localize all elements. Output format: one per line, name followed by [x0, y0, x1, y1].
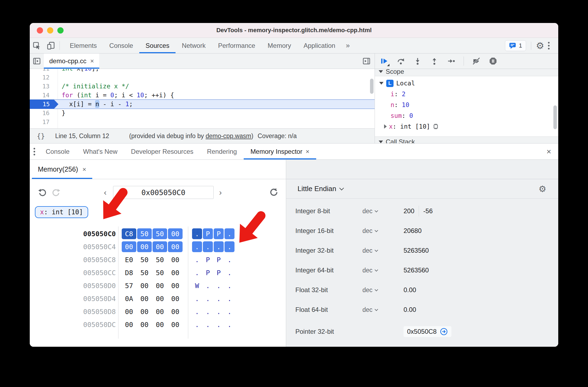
byte-cell[interactable]: 00: [153, 306, 167, 317]
byte-cell[interactable]: 50: [153, 267, 167, 278]
tab-network[interactable]: Network: [176, 38, 212, 53]
byte-cell[interactable]: 00: [137, 319, 152, 330]
ascii-cell[interactable]: .: [214, 241, 224, 252]
byte-cell[interactable]: 00: [168, 293, 183, 304]
line-number[interactable]: 11: [30, 69, 54, 73]
byte-cell[interactable]: 50: [153, 254, 167, 265]
drawer-tab-memory-inspector[interactable]: Memory Inspector ×: [244, 144, 316, 159]
line-number[interactable]: 17: [30, 118, 54, 126]
ascii-cell[interactable]: P: [203, 254, 213, 265]
next-page-button[interactable]: ›: [219, 188, 222, 197]
ascii-cell[interactable]: .: [192, 306, 202, 317]
format-select[interactable]: dec: [362, 267, 378, 274]
close-memory-inspector-tab-icon[interactable]: ×: [306, 148, 309, 155]
ascii-cell[interactable]: .: [214, 280, 224, 291]
ascii-cell[interactable]: .: [203, 280, 213, 291]
step-into-button[interactable]: [413, 57, 422, 65]
ascii-cell[interactable]: .: [203, 241, 213, 252]
byte-cell[interactable]: 00: [153, 319, 167, 330]
ascii-cell[interactable]: .: [203, 293, 213, 304]
format-select[interactable]: dec: [362, 208, 378, 215]
step-button[interactable]: [447, 57, 455, 65]
ascii-cell[interactable]: P: [214, 228, 224, 239]
ascii-cell[interactable]: .: [192, 293, 202, 304]
line-number[interactable]: 16: [30, 109, 54, 118]
byte-cell[interactable]: 00: [168, 254, 183, 265]
byte-cell[interactable]: 00: [168, 228, 183, 239]
close-memory-buffer-tab-icon[interactable]: ×: [82, 166, 86, 173]
scope-scrollbar[interactable]: [553, 105, 557, 129]
execution-line-marker[interactable]: 15: [30, 100, 58, 109]
byte-cell[interactable]: 50: [153, 228, 167, 239]
byte-cell[interactable]: 00: [168, 267, 183, 278]
line-number[interactable]: 13: [30, 82, 54, 91]
ascii-cell[interactable]: .: [192, 254, 202, 265]
ascii-cell[interactable]: P: [214, 254, 224, 265]
tab-console[interactable]: Console: [103, 38, 139, 53]
address-input[interactable]: [113, 186, 214, 199]
ascii-cell[interactable]: .: [192, 267, 202, 278]
scope-var-x[interactable]: x: int [10]: [384, 121, 439, 132]
value-settings-gear-icon[interactable]: ⚙: [539, 185, 546, 193]
file-tab-demo-cpp[interactable]: demo-cpp.cc ×: [44, 54, 99, 69]
pretty-print-icon[interactable]: {}: [37, 132, 45, 140]
close-drawer-button[interactable]: ×: [539, 147, 558, 156]
ascii-cell[interactable]: .: [214, 293, 224, 304]
jump-to-pointer-icon[interactable]: [440, 328, 448, 336]
ascii-cell[interactable]: .: [224, 254, 234, 265]
editor-scrollbar[interactable]: [370, 79, 374, 94]
line-number[interactable]: 14: [30, 91, 54, 100]
ascii-cell[interactable]: P: [214, 267, 224, 278]
byte-cell[interactable]: 50: [137, 267, 152, 278]
drawer-menu-button[interactable]: [30, 148, 39, 155]
code-editor[interactable]: 11 int x[10]; 12 13 /* initialize x */ 1…: [30, 69, 375, 128]
byte-cell[interactable]: 00: [153, 280, 167, 291]
step-over-button[interactable]: [397, 57, 405, 65]
show-navigator-button[interactable]: [30, 54, 44, 69]
collapse-triangle-icon[interactable]: [379, 82, 384, 85]
format-select[interactable]: dec: [362, 247, 378, 254]
byte-cell[interactable]: D8: [122, 267, 136, 278]
scope-local-row[interactable]: L Local: [379, 78, 415, 89]
byte-cell[interactable]: 00: [137, 280, 152, 291]
drawer-tab-whats-new[interactable]: What's New: [76, 144, 124, 159]
byte-cell[interactable]: 50: [137, 228, 152, 239]
previous-page-button[interactable]: ‹: [104, 188, 107, 197]
format-select[interactable]: dec: [362, 306, 378, 313]
more-tabs-button[interactable]: »: [342, 38, 354, 53]
issues-button[interactable]: 1: [505, 40, 526, 51]
byte-cell[interactable]: 00: [168, 306, 183, 317]
refresh-icon[interactable]: [269, 188, 279, 197]
call-stack-section-header[interactable]: Call Stack: [375, 136, 558, 143]
resume-script-button[interactable]: [380, 57, 388, 65]
drawer-tab-developer-resources[interactable]: Developer Resources: [124, 144, 200, 159]
ascii-cell[interactable]: .: [214, 319, 224, 330]
byte-cell[interactable]: E0: [122, 254, 136, 265]
byte-cell[interactable]: 00: [137, 293, 152, 304]
tab-elements[interactable]: Elements: [64, 38, 103, 53]
ascii-cell[interactable]: .: [192, 319, 202, 330]
ascii-cell[interactable]: .: [224, 228, 234, 239]
settings-gear-icon[interactable]: ⚙: [536, 41, 544, 50]
customize-menu-button[interactable]: [544, 42, 553, 49]
ascii-cell[interactable]: .: [203, 319, 213, 330]
endianness-select[interactable]: Little Endian: [298, 185, 343, 193]
byte-cell[interactable]: 00: [122, 241, 136, 252]
ascii-cell[interactable]: .: [224, 241, 234, 252]
scope-section-header[interactable]: Scope: [375, 69, 558, 76]
inspect-element-button[interactable]: [30, 38, 44, 53]
ascii-cell[interactable]: .: [224, 267, 234, 278]
byte-cell[interactable]: 00: [137, 241, 152, 252]
history-back-icon[interactable]: [37, 188, 47, 197]
ascii-cell[interactable]: .: [224, 293, 234, 304]
close-file-tab-icon[interactable]: ×: [90, 58, 94, 64]
format-select[interactable]: dec: [362, 286, 378, 294]
drawer-tab-rendering[interactable]: Rendering: [200, 144, 244, 159]
byte-cell[interactable]: 0A: [122, 293, 136, 304]
device-toolbar-button[interactable]: [44, 38, 58, 53]
tab-application[interactable]: Application: [297, 38, 341, 53]
ascii-cell[interactable]: P: [203, 228, 213, 239]
format-select[interactable]: dec: [362, 227, 378, 235]
line-number[interactable]: 12: [30, 73, 54, 82]
ascii-cell[interactable]: .: [214, 306, 224, 317]
